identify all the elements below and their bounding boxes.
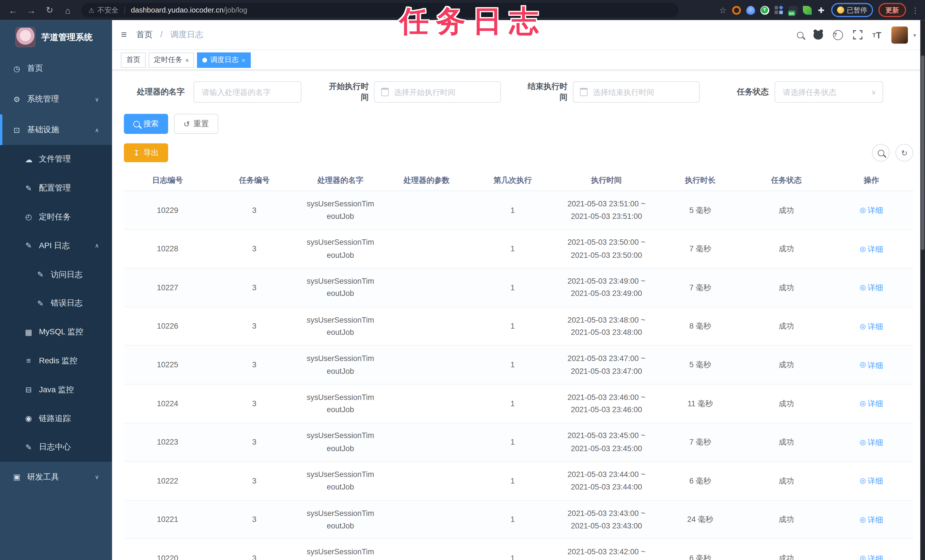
- header-search-icon[interactable]: [797, 32, 803, 38]
- browser-forward-icon[interactable]: →: [26, 5, 36, 15]
- breadcrumb-current: 调度日志: [170, 30, 203, 39]
- extension-leaf-icon[interactable]: [803, 6, 812, 15]
- detail-link[interactable]: ◎ 详细: [860, 475, 883, 488]
- cell-execute-index: 1: [470, 204, 556, 216]
- extensions-puzzle-icon[interactable]: ✚: [817, 6, 826, 15]
- sidebar-item[interactable]: ⚙ 系统管理 ∨: [0, 84, 112, 114]
- extension-grid-icon[interactable]: [774, 6, 783, 15]
- tag-item[interactable]: 首页 ×: [121, 52, 146, 68]
- sidebar-item[interactable]: ▦ MySQL 监控: [0, 318, 112, 346]
- docs-help-icon[interactable]: ?: [833, 30, 843, 40]
- sidebar-item[interactable]: ✎ 配置管理: [0, 174, 112, 203]
- sidebar-item[interactable]: ✎ API 日志 ∧: [0, 231, 112, 260]
- browser-toolbar-right: ☆ on ✚ 已暂停 更新 ⋮: [719, 3, 925, 17]
- handler-name-input-field[interactable]: [200, 87, 294, 97]
- table-header-cell: 执行时长: [657, 175, 743, 186]
- chrome-menu-icon[interactable]: ⋮: [911, 6, 919, 15]
- toggle-search-button[interactable]: [872, 144, 889, 161]
- job-status-select-field[interactable]: [782, 87, 867, 97]
- detail-link[interactable]: ◎ 详细: [860, 398, 883, 410]
- end-time-picker[interactable]: [573, 81, 699, 102]
- browser-reload-icon[interactable]: ↻: [44, 5, 55, 15]
- hamburger-icon[interactable]: ≡: [121, 29, 127, 41]
- detail-link[interactable]: ◎ 详细: [860, 514, 883, 526]
- sidebar-item[interactable]: ▣ 研发工具 ∨: [0, 462, 112, 492]
- profile-emoji-icon: [837, 6, 844, 14]
- cell-handler-name: sysUserSessionTim eoutJob: [297, 429, 384, 455]
- browser-back-icon[interactable]: ←: [8, 5, 18, 15]
- address-bar[interactable]: ⚠ 不安全 dashboard.yudao.iocoder.cn/job/log: [81, 3, 678, 17]
- detail-link[interactable]: ◎ 详细: [860, 282, 883, 294]
- user-avatar[interactable]: [892, 26, 908, 43]
- start-time-picker[interactable]: [374, 81, 501, 102]
- cell-log-id: 10222: [124, 475, 211, 487]
- config-icon: ✎: [24, 184, 33, 193]
- sidebar-item[interactable]: ≡ Redis 监控: [0, 346, 112, 375]
- sidebar-item[interactable]: ☁ 文件管理: [0, 145, 112, 174]
- cell-log-id: 10221: [124, 513, 211, 526]
- table-row: 10226 3 sysUserSessionTim eoutJob 1 2021…: [124, 307, 913, 346]
- handler-name-label: 处理器的名字: [124, 87, 185, 97]
- tag-item[interactable]: 调度日志 ×: [197, 52, 251, 68]
- detail-link[interactable]: ◎ 详细: [860, 320, 883, 333]
- page-scrollbar[interactable]: [920, 20, 925, 560]
- sidebar-item[interactable]: ◴ 定时任务: [0, 203, 112, 231]
- sidebar-item[interactable]: ✎ 错误日志: [0, 289, 112, 318]
- menu-label: 错误日志: [51, 298, 83, 309]
- menu-label: 文件管理: [39, 154, 71, 165]
- font-size-icon[interactable]: TT: [872, 30, 881, 40]
- chrome-update-button[interactable]: 更新: [878, 3, 906, 17]
- detail-link[interactable]: ◎ 详细: [860, 359, 883, 372]
- sidebar-item[interactable]: ◷ 首页: [0, 53, 112, 84]
- profile-paused-badge[interactable]: 已暂停: [831, 3, 873, 17]
- extension-on-icon[interactable]: on: [788, 6, 797, 15]
- cell-execute-time: 2021-05-03 23:48:00 ~ 2021-05-03 23:48:0…: [556, 313, 657, 339]
- app-logo-row[interactable]: 芋道管理系统: [0, 20, 112, 53]
- sidebar-item[interactable]: ◉ 链路追踪: [0, 404, 112, 433]
- cell-duration: 7 毫秒: [657, 436, 743, 448]
- github-icon[interactable]: [813, 30, 823, 39]
- chevron-icon: ∨: [95, 96, 99, 102]
- reset-button[interactable]: ↺ 重置: [174, 114, 218, 134]
- table-header-row: 日志编号任务编号处理器的名字处理器的参数第几次执行执行时间执行时长任务状态操作: [124, 170, 913, 191]
- detail-link[interactable]: ◎ 详细: [860, 437, 883, 449]
- fullscreen-icon[interactable]: [853, 30, 862, 39]
- tag-close-icon[interactable]: ×: [185, 56, 189, 63]
- extension-donut-icon[interactable]: [732, 6, 741, 15]
- bookmark-star-icon[interactable]: ☆: [719, 5, 726, 15]
- tag-item[interactable]: 定时任务 ×: [149, 52, 194, 68]
- table-row: 10223 3 sysUserSessionTim eoutJob 1 2021…: [124, 423, 913, 462]
- handler-name-input[interactable]: [193, 81, 301, 102]
- tag-close-icon[interactable]: ×: [241, 56, 245, 63]
- start-time-input-field[interactable]: [393, 87, 494, 97]
- scrollbar-thumb[interactable]: [921, 56, 924, 250]
- detail-link[interactable]: ◎ 详细: [860, 552, 883, 560]
- search-button[interactable]: 搜索: [124, 114, 168, 134]
- java-icon: ⊟: [24, 385, 33, 394]
- paused-label: 已暂停: [847, 6, 867, 15]
- sidebar-item[interactable]: ⊡ 基础设施 ∧: [0, 114, 112, 145]
- extension-y-icon[interactable]: [760, 6, 769, 15]
- end-time-input-field[interactable]: [592, 87, 693, 97]
- detail-link[interactable]: ◎ 详细: [860, 243, 883, 255]
- chevron-icon: ∧: [95, 242, 99, 249]
- eye-icon: ◎: [860, 205, 866, 216]
- sidebar-item[interactable]: ⊟ Java 监控: [0, 375, 112, 404]
- export-button[interactable]: ↧ 导出: [124, 143, 168, 162]
- refresh-button[interactable]: ↻: [895, 144, 913, 161]
- breadcrumb-home[interactable]: 首页: [136, 30, 153, 39]
- avatar-caret-icon[interactable]: ▾: [913, 32, 916, 38]
- api-log-icon: ✎: [24, 241, 33, 250]
- menu-label: 首页: [27, 63, 43, 74]
- menu-label: MySQL 监控: [39, 327, 83, 337]
- browser-home-icon[interactable]: ⌂: [63, 5, 73, 15]
- sidebar-item[interactable]: ✎ 访问日志: [0, 260, 112, 289]
- menu-label: 访问日志: [51, 269, 83, 280]
- chevron-down-icon: ∨: [871, 88, 876, 96]
- sidebar-item[interactable]: ✎ 日志中心: [0, 433, 112, 462]
- menu-label: 系统管理: [27, 94, 59, 104]
- cell-handler-name: sysUserSessionTim eoutJob: [297, 391, 384, 416]
- detail-link[interactable]: ◎ 详细: [860, 204, 883, 217]
- extension-drop-icon[interactable]: [746, 6, 755, 15]
- job-status-select[interactable]: ∨: [774, 81, 883, 102]
